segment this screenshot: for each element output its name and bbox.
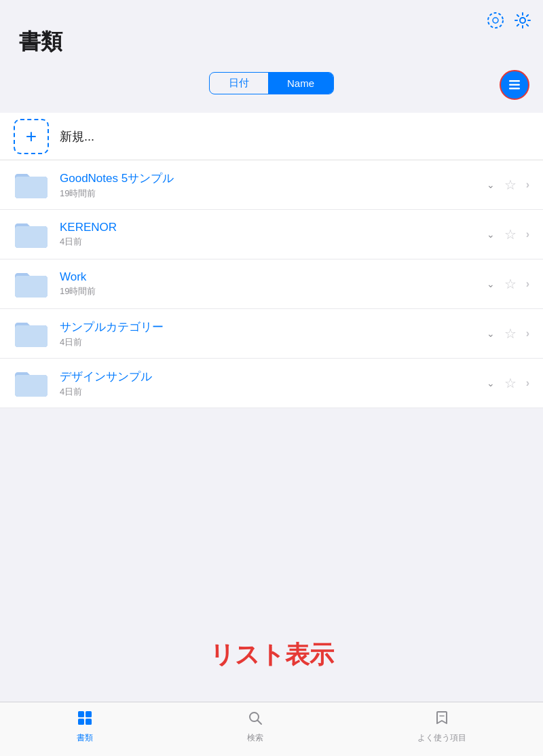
svg-rect-4	[509, 84, 520, 86]
folder-name: Work	[60, 270, 487, 284]
tab-favorites-label: よく使う項目	[417, 732, 466, 744]
folder-info: GoodNotes 5サンプル 19時間前	[60, 170, 487, 200]
chevron-down-icon[interactable]: ⌄	[487, 378, 495, 389]
star-icon[interactable]: ☆	[504, 177, 517, 193]
sort-date-button[interactable]: 日付	[210, 73, 268, 94]
chevron-right-icon[interactable]: ›	[526, 377, 529, 389]
folder-actions: ⌄ ☆ ›	[487, 177, 529, 193]
new-item-button[interactable]: +	[14, 119, 49, 154]
svg-point-1	[493, 18, 498, 23]
tab-search[interactable]: 検索	[247, 710, 263, 744]
bottom-label: リスト表示	[0, 638, 543, 672]
sort-name-button[interactable]: Name	[268, 73, 333, 94]
chevron-down-icon[interactable]: ⌄	[487, 328, 495, 339]
folder-row[interactable]: デザインサンプル 4日前 ⌄ ☆ ›	[0, 359, 543, 408]
folder-date: 19時間前	[60, 285, 487, 298]
chevron-right-icon[interactable]: ›	[526, 278, 529, 290]
tab-documents[interactable]: 書類	[77, 710, 93, 744]
folder-name: KERENOR	[60, 221, 487, 234]
list-view-button[interactable]	[500, 70, 529, 100]
new-item-label: 新規...	[60, 128, 94, 145]
folder-name: デザインサンプル	[60, 369, 487, 384]
folder-actions: ⌄ ☆ ›	[487, 325, 529, 342]
chevron-down-icon[interactable]: ⌄	[487, 229, 495, 240]
svg-rect-8	[78, 719, 84, 725]
tab-bar: 書類 検索 よく使う項目	[0, 702, 543, 756]
top-bar	[486, 11, 532, 30]
grid-icon	[77, 710, 93, 730]
folder-info: デザインサンプル 4日前	[60, 369, 487, 398]
folder-date: 4日前	[60, 336, 487, 348]
folder-name: GoodNotes 5サンプル	[60, 170, 487, 186]
chevron-right-icon[interactable]: ›	[526, 228, 529, 240]
folder-name: サンプルカテゴリー	[60, 319, 487, 335]
folder-row[interactable]: Work 19時間前 ⌄ ☆ ›	[0, 259, 543, 309]
folder-info: サンプルカテゴリー 4日前	[60, 319, 487, 348]
sort-bar: 日付 Name	[209, 72, 334, 94]
new-item-row[interactable]: + 新規...	[0, 113, 543, 160]
folder-icon	[14, 319, 49, 348]
folder-date: 4日前	[60, 236, 487, 248]
folder-actions: ⌄ ☆ ›	[487, 276, 529, 292]
star-icon[interactable]: ☆	[504, 375, 517, 391]
svg-rect-3	[509, 80, 520, 82]
folder-icon	[14, 269, 49, 299]
page-title: 書類	[19, 27, 62, 57]
svg-line-11	[257, 720, 261, 724]
folder-info: Work 19時間前	[60, 270, 487, 298]
svg-rect-7	[86, 711, 92, 717]
folder-list: GoodNotes 5サンプル 19時間前 ⌄ ☆ › KERENOR 4日前 …	[0, 160, 543, 408]
folder-row[interactable]: サンプルカテゴリー 4日前 ⌄ ☆ ›	[0, 309, 543, 359]
circle-dashed-icon[interactable]	[486, 11, 505, 30]
tab-favorites[interactable]: よく使う項目	[417, 710, 466, 744]
svg-rect-5	[509, 88, 520, 90]
svg-point-0	[488, 13, 503, 28]
bookmark-icon	[434, 710, 450, 730]
folder-info: KERENOR 4日前	[60, 221, 487, 248]
folder-actions: ⌄ ☆ ›	[487, 226, 529, 242]
star-icon[interactable]: ☆	[504, 325, 517, 342]
chevron-down-icon[interactable]: ⌄	[487, 179, 495, 190]
settings-icon[interactable]	[513, 11, 532, 30]
plus-icon: +	[26, 126, 37, 147]
folder-date: 19時間前	[60, 187, 487, 200]
svg-point-2	[520, 18, 525, 23]
star-icon[interactable]: ☆	[504, 226, 517, 242]
folder-date: 4日前	[60, 386, 487, 398]
folder-icon	[14, 368, 49, 398]
chevron-down-icon[interactable]: ⌄	[487, 278, 495, 289]
tab-search-label: 検索	[247, 732, 263, 744]
chevron-right-icon[interactable]: ›	[526, 327, 529, 340]
sort-segment: 日付 Name	[209, 72, 334, 94]
svg-rect-9	[86, 719, 92, 725]
folder-row[interactable]: GoodNotes 5サンプル 19時間前 ⌄ ☆ ›	[0, 160, 543, 210]
folder-icon	[14, 219, 49, 249]
chevron-right-icon[interactable]: ›	[526, 179, 529, 191]
tab-documents-label: 書類	[77, 732, 93, 744]
folder-icon	[14, 170, 49, 200]
svg-rect-6	[78, 711, 84, 717]
folder-actions: ⌄ ☆ ›	[487, 375, 529, 391]
folder-row[interactable]: KERENOR 4日前 ⌄ ☆ ›	[0, 210, 543, 259]
star-icon[interactable]: ☆	[504, 276, 517, 292]
search-icon	[247, 710, 263, 730]
